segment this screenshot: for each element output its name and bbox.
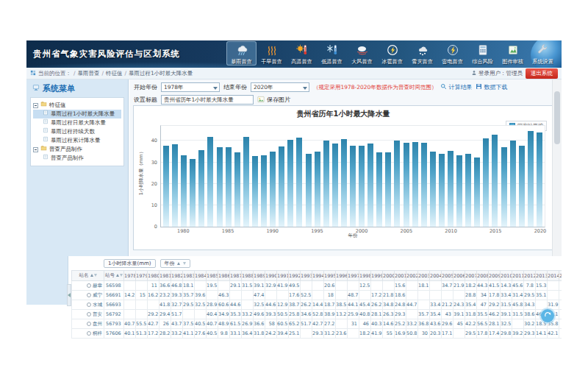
year-header-1987[interactable]: 1987 — [230, 271, 242, 281]
value-cell: 50.8 — [406, 329, 418, 339]
year-header-2005[interactable]: 2005 — [442, 271, 453, 281]
value-cell — [559, 291, 562, 300]
station-name-header[interactable]: 站名 — [72, 271, 104, 281]
breadcrumb-item[interactable]: 暴雨普查 — [78, 70, 100, 77]
station-radio[interactable] — [87, 283, 91, 288]
year-header-1994[interactable]: 1994 — [312, 271, 324, 281]
year-header-1991[interactable]: 1991 — [277, 271, 289, 281]
station-radio[interactable] — [87, 322, 91, 326]
sidebar-item-branch[interactable]: 普查产品制作 — [33, 145, 121, 154]
year-header-1999[interactable]: 1999 — [371, 271, 383, 281]
year-header-1997[interactable]: 1997 — [348, 271, 359, 281]
value-cell: 31.5 — [501, 300, 512, 310]
download-data-button[interactable]: 数据下载 — [476, 83, 507, 91]
sort-asc-icon[interactable] — [177, 262, 180, 265]
collapse-box-icon[interactable] — [33, 103, 38, 108]
year-header-2009[interactable]: 2009 — [489, 271, 501, 281]
top-nav: 暴雨普查干旱普查高温普查低温普查大风普查冰雹普查雪灾普查雷电普查综合风险图件审核… — [226, 41, 558, 66]
logout-button[interactable]: 退出系统 — [526, 68, 558, 79]
station-id-header[interactable]: 站号 — [104, 271, 124, 281]
scrollbar-thumb[interactable] — [554, 91, 560, 144]
sort-asc-icon[interactable] — [90, 274, 93, 277]
year-header-2015[interactable]: 2015 — [559, 271, 562, 281]
breadcrumb-item[interactable]: 特征值 — [106, 70, 123, 77]
year-header-1986[interactable]: 1986 — [218, 271, 230, 281]
year-header-1990[interactable]: 1990 — [265, 271, 277, 281]
year-header-1998[interactable]: 1998 — [359, 271, 371, 281]
sort-desc-icon[interactable] — [183, 262, 186, 265]
station-radio[interactable] — [87, 302, 91, 307]
field-chip-precip[interactable]: 1小时降水量(mm) — [104, 259, 156, 268]
year-header-2013[interactable]: 2013 — [536, 271, 548, 281]
year-header-2011[interactable]: 2011 — [512, 271, 524, 281]
year-header-1984[interactable]: 1984 — [195, 271, 207, 281]
year-header-1995[interactable]: 1995 — [324, 271, 336, 281]
value-cell: 24.8 — [395, 300, 406, 310]
sidebar-item-leaf[interactable]: 暴雨过程日最大降水量 — [33, 118, 121, 127]
nav-item-settings[interactable]: 系统设置 — [528, 41, 558, 66]
location-icon — [30, 70, 36, 77]
year-header-2002[interactable]: 2002 — [406, 271, 418, 281]
year-header-1993[interactable]: 1993 — [301, 271, 312, 281]
nav-item-lightning[interactable]: 雷电普查 — [437, 41, 467, 66]
year-header-2006[interactable]: 2006 — [453, 271, 465, 281]
year-header-1988[interactable]: 1988 — [242, 271, 254, 281]
nav-item-hail[interactable]: 冰雹普查 — [377, 41, 407, 66]
year-header-1979[interactable]: 1979 — [136, 271, 148, 281]
vertical-scrollbar[interactable] — [552, 79, 562, 256]
station-radio[interactable] — [87, 312, 91, 316]
value-cell: 36.8 — [418, 319, 430, 329]
nav-item-composite[interactable]: 综合风险 — [467, 41, 498, 66]
value-cell: 46.2 — [489, 310, 501, 319]
year-header-1981[interactable]: 1981 — [159, 271, 171, 281]
end-year-select[interactable]: 2020年 — [251, 82, 309, 92]
year-header-1996[interactable]: 1996 — [336, 271, 348, 281]
save-image-button[interactable]: 保存图片 — [257, 96, 290, 105]
value-cell: 35.7 — [418, 310, 430, 319]
nav-item-snow[interactable]: 雪灾普查 — [407, 41, 437, 66]
year-header-1989[interactable]: 1989 — [254, 271, 265, 281]
sidebar-item-leaf[interactable]: 暴雨过程持续天数 — [33, 127, 121, 136]
year-header-2010[interactable]: 2010 — [501, 271, 512, 281]
sidebar-item-leaf[interactable]: 暴雨过程累计降水量 — [33, 136, 121, 145]
start-year-select[interactable]: 1978年 — [161, 82, 220, 92]
nav-item-map-review[interactable]: 图件审核 — [498, 41, 528, 66]
nav-item-wind[interactable]: 大风普查 — [347, 41, 377, 66]
collapse-panel-handle[interactable] — [67, 284, 71, 306]
sidebar-item-branch[interactable]: 特征值 — [33, 101, 121, 110]
year-header-2008[interactable]: 2008 — [477, 271, 489, 281]
year-header-1980[interactable]: 1980 — [148, 271, 159, 281]
sidebar-item-leaf[interactable]: 暴雨过程1小时最大降水量 — [33, 110, 121, 118]
year-header-2012[interactable]: 2012 — [524, 271, 536, 281]
filter-row-1: 开始年份 1978年 结束年份 2020年 （规定采用1978-2020年数据作… — [134, 82, 551, 93]
year-header-1982[interactable]: 1982 — [171, 271, 183, 281]
year-header-1992[interactable]: 1992 — [289, 271, 301, 281]
breadcrumb-item[interactable]: 暴雨过程1小时最大降水量 — [129, 70, 193, 77]
sort-asc-icon[interactable] — [116, 274, 119, 277]
station-radio[interactable] — [87, 293, 91, 297]
year-header-2001[interactable]: 2001 — [395, 271, 406, 281]
calculate-button[interactable]: 计算结果 — [440, 83, 472, 91]
year-header-2000[interactable]: 2000 — [383, 271, 395, 281]
year-header-2004[interactable]: 2004 — [430, 271, 442, 281]
year-header-1978[interactable]: 1978 — [124, 271, 136, 281]
value-cell — [336, 281, 348, 291]
year-header-2003[interactable]: 2003 — [418, 271, 430, 281]
nav-item-drought[interactable]: 干旱普查 — [257, 41, 287, 66]
sort-desc-icon[interactable] — [120, 274, 123, 277]
sort-desc-icon[interactable] — [94, 274, 97, 277]
nav-item-high-temp[interactable]: 高温普查 — [287, 41, 317, 66]
year-header-2014[interactable]: 2014 — [548, 271, 559, 281]
year-header-2007[interactable]: 2007 — [465, 271, 477, 281]
sidebar-item-leaf[interactable]: 普查产品制作 — [33, 154, 121, 163]
year-header-1983[interactable]: 1983 — [183, 271, 195, 281]
field-chip-year[interactable]: 年份 — [160, 259, 190, 268]
year-header-1985[interactable]: 1985 — [207, 271, 218, 281]
refresh-button[interactable] — [541, 309, 554, 322]
station-radio[interactable] — [87, 331, 91, 336]
value-cell: 28.2 — [159, 329, 171, 339]
chart-title-input[interactable] — [161, 95, 254, 105]
nav-item-low-temp[interactable]: 低温普查 — [317, 41, 347, 66]
collapse-box-icon[interactable] — [33, 147, 38, 152]
nav-item-rainstorm[interactable]: 暴雨普查 — [226, 41, 257, 66]
